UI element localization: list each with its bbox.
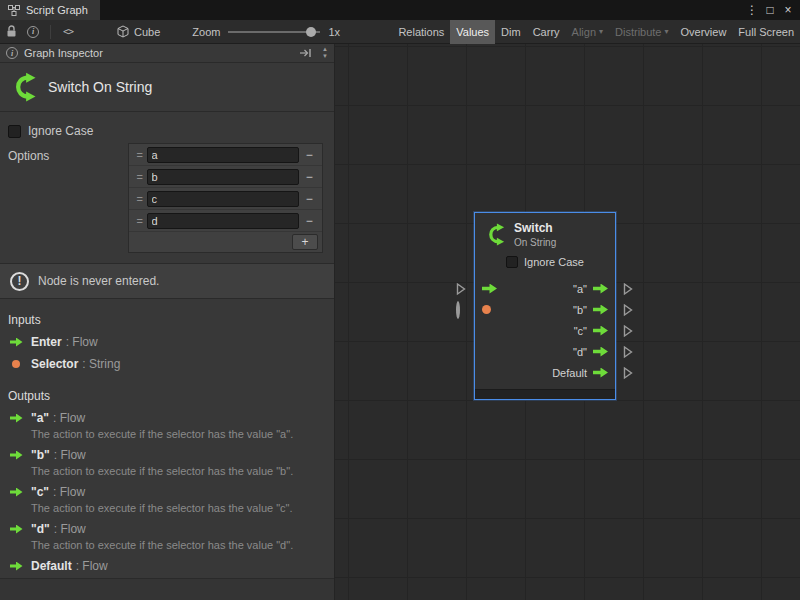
flow-arrow-icon <box>8 525 24 534</box>
ignore-case-checkbox[interactable] <box>506 256 518 268</box>
selector-port-icon[interactable] <box>482 305 491 314</box>
flow-arrow-icon <box>8 414 24 423</box>
node-header[interactable]: Switch On String <box>475 213 615 252</box>
unconnected-flow-output-port[interactable] <box>623 345 633 358</box>
toolbar-buttons: Relations Values Dim Carry Align ▾ Distr… <box>392 20 800 44</box>
graph-canvas[interactable]: Switch On String Ignore Case "a" <box>335 44 800 600</box>
lock-icon[interactable] <box>0 20 22 44</box>
ignore-case-label: Ignore Case <box>524 256 584 268</box>
node-title: Switch <box>514 221 556 235</box>
output-row: "a" : Flow <box>8 411 334 425</box>
flow-output-port-icon[interactable] <box>593 347 608 357</box>
scroll-down-icon[interactable]: ▼ <box>322 53 328 60</box>
output-row: "d" : Flow <box>8 522 334 536</box>
options-label: Options <box>8 149 49 163</box>
code-icon[interactable]: <> <box>57 20 79 44</box>
flow-output-port-icon[interactable] <box>593 284 608 294</box>
node-footer <box>475 389 615 399</box>
dim-button[interactable]: Dim <box>495 20 527 44</box>
flow-arrow-icon <box>8 451 24 460</box>
flow-arrow-icon <box>8 562 24 571</box>
ignore-case-row: Ignore Case <box>8 123 334 139</box>
option-field-0[interactable] <box>147 147 299 163</box>
tab-script-graph[interactable]: Script Graph <box>0 0 100 20</box>
switch-on-string-node[interactable]: Switch On String Ignore Case "a" <box>474 212 616 400</box>
port-label: Default <box>552 367 587 379</box>
option-field-1[interactable] <box>147 169 299 185</box>
scroll-up-icon[interactable]: ▲ <box>322 46 328 53</box>
drag-handle-icon[interactable]: = <box>133 215 147 227</box>
carry-button[interactable]: Carry <box>527 20 566 44</box>
close-icon[interactable]: × <box>780 2 796 18</box>
flow-arrow-icon <box>8 488 24 497</box>
inspector-scroll-buttons: ▲ ▼ <box>318 46 332 60</box>
script-graph-icon <box>8 5 20 16</box>
drag-handle-icon[interactable]: = <box>133 171 147 183</box>
add-option-button[interactable]: + <box>292 234 318 250</box>
option-field-2[interactable] <box>147 191 299 207</box>
ignore-case-checkbox[interactable] <box>8 125 21 138</box>
remove-option-button[interactable]: − <box>299 192 320 206</box>
options-section: Options = − = − = − = − <box>0 143 334 257</box>
port-type: : Flow <box>76 559 108 573</box>
drag-handle-icon[interactable]: = <box>133 193 147 205</box>
info-icon: i <box>6 47 18 59</box>
node-ignore-case-row: Ignore Case <box>475 252 615 272</box>
drag-handle-icon[interactable]: = <box>133 149 147 161</box>
unconnected-flow-output-port[interactable] <box>623 324 633 337</box>
full-screen-button[interactable]: Full Screen <box>732 20 800 44</box>
expand-inspector-icon[interactable] <box>299 48 312 58</box>
target-selector[interactable]: Cube <box>111 20 166 44</box>
flow-output-port-icon[interactable] <box>593 305 608 315</box>
inputs-section-title: Inputs <box>8 313 334 327</box>
align-button[interactable]: Align ▾ <box>566 20 609 44</box>
panel-footer <box>0 578 334 600</box>
node-title-block: Switch On String <box>514 221 556 248</box>
zoom-slider[interactable] <box>228 27 320 37</box>
option-row: = − <box>129 144 322 166</box>
overview-button[interactable]: Overview <box>675 20 733 44</box>
port-label: "c" <box>574 325 587 337</box>
output-row: "b" : Flow <box>8 448 334 462</box>
option-row: = − <box>129 210 322 232</box>
graph-inspector-panel: i Graph Inspector ▲ ▼ Switch On String I <box>0 44 335 600</box>
unconnected-flow-output-port[interactable] <box>623 366 633 379</box>
output-row: "c" : Flow <box>8 485 334 499</box>
node-ports: "a" "b" <box>475 272 615 389</box>
unconnected-string-input-port[interactable] <box>456 303 460 317</box>
chevron-down-icon: ▾ <box>665 27 669 36</box>
input-row-enter: Enter : Flow <box>8 335 334 349</box>
cube-icon <box>117 25 129 38</box>
relations-button[interactable]: Relations <box>392 20 450 44</box>
zoom-value: 1x <box>328 26 340 38</box>
distribute-button[interactable]: Distribute ▾ <box>609 20 674 44</box>
flow-output-port-icon[interactable] <box>593 326 608 336</box>
ignore-case-label: Ignore Case <box>28 124 93 138</box>
remove-option-button[interactable]: − <box>299 214 320 228</box>
unconnected-flow-output-port[interactable] <box>623 303 633 316</box>
inspector-header: i Graph Inspector ▲ ▼ <box>0 44 334 63</box>
zoom-control: Zoom 1x <box>192 26 340 38</box>
option-row: = − <box>129 188 322 210</box>
unconnected-flow-output-port[interactable] <box>623 282 633 295</box>
window-menu-icon[interactable]: ⋮ <box>744 2 760 18</box>
port-row-a: "a" <box>475 278 615 299</box>
output-row-default: Default : Flow <box>8 559 334 573</box>
values-button[interactable]: Values <box>450 20 495 44</box>
output-block-d: "d" : Flow The action to execute if the … <box>0 522 334 551</box>
enter-port-icon[interactable] <box>482 284 497 294</box>
graph-toolbar: i <> Cube Zoom 1x Relations Values Dim C… <box>0 20 800 44</box>
port-type: : Flow <box>54 448 86 462</box>
flow-arrow-icon <box>8 338 24 347</box>
remove-option-button[interactable]: − <box>299 170 320 184</box>
remove-option-button[interactable]: − <box>299 148 320 162</box>
info-icon[interactable]: i <box>22 20 44 44</box>
port-name: "c" <box>31 485 49 499</box>
zoom-slider-handle[interactable] <box>306 27 316 37</box>
port-label: "b" <box>573 304 587 316</box>
maximize-icon[interactable]: □ <box>762 2 778 18</box>
option-field-3[interactable] <box>147 213 299 229</box>
unconnected-flow-input-port[interactable] <box>456 282 466 295</box>
output-block-a: "a" : Flow The action to execute if the … <box>0 411 334 440</box>
flow-output-port-icon[interactable] <box>593 368 608 378</box>
